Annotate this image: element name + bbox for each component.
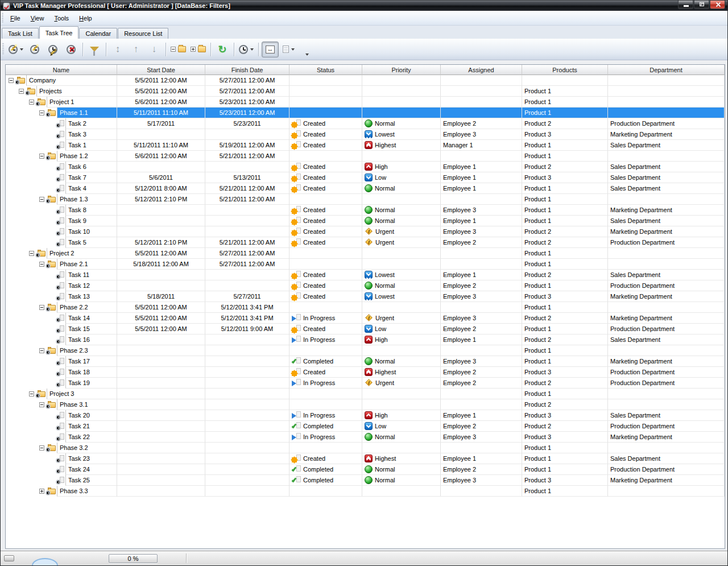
tab-task-tree[interactable]: Task Tree <box>39 26 79 39</box>
tree-row[interactable]: Phase 1.25/6/2011 12:00 AM5/21/2011 12:0… <box>6 151 725 162</box>
menu-file[interactable]: File <box>5 13 26 24</box>
tree-row[interactable]: Phase 2.3Product 1 <box>6 345 725 356</box>
expand-all-button[interactable] <box>189 42 208 57</box>
collapse-icon[interactable] <box>39 305 44 310</box>
menu-help[interactable]: Help <box>74 13 97 24</box>
node-name: Task 21 <box>65 421 117 432</box>
report-button[interactable] <box>237 42 255 57</box>
toolbar-overflow-button[interactable] <box>298 49 315 60</box>
minimize-button[interactable] <box>678 1 693 9</box>
tree-row[interactable]: Task 9CreatedNormalEmployee 1Product 1Sa… <box>6 216 725 226</box>
tree-row[interactable]: Task 16In ProgressHighEmployee 1Product … <box>6 334 725 345</box>
collapse-all-button[interactable] <box>169 42 188 57</box>
tree-row[interactable]: Task 12CreatedNormalEmployee 2Product 1P… <box>6 280 725 291</box>
tree-row[interactable]: Project 15/6/2011 12:00 AM5/23/2011 12:0… <box>6 97 725 108</box>
status-created-icon <box>292 228 301 236</box>
tree-row[interactable]: Project 3Product 1 <box>6 389 725 399</box>
tree-row[interactable]: Phase 3.3Product 1 <box>6 486 725 497</box>
tree-row[interactable]: Phase 3.2Product 1 <box>6 443 725 453</box>
name-cell: Phase 2.1 <box>6 259 117 270</box>
tree-row[interactable]: Phase 1.35/12/2011 2:10 PM5/21/2011 12:0… <box>6 194 725 205</box>
tree-row[interactable]: Task 10Created!UrgentEmployee 3Product 2… <box>6 226 725 237</box>
collapse-icon[interactable] <box>9 78 14 83</box>
tree-row[interactable]: Task 25CompletedNormalEmployee 3Product … <box>6 475 725 486</box>
refresh-button[interactable]: ↻ <box>214 42 231 57</box>
cell-status <box>289 86 362 97</box>
priority-label: Lowest <box>375 293 395 300</box>
tree-row[interactable]: Phase 2.15/18/2011 12:00 AM5/27/2011 12:… <box>6 259 725 270</box>
cell-products: Product 1 <box>522 464 608 475</box>
tree-row[interactable]: Task 24CompletedNormalEmployee 2Product … <box>6 464 725 475</box>
tree-row[interactable]: Task 18CreatedHighestEmployee 2Product 3… <box>6 367 725 378</box>
new-subtask-button[interactable] <box>26 42 43 57</box>
tree-row[interactable]: Phase 3.1Product 2 <box>6 399 725 410</box>
collapse-icon[interactable] <box>29 251 34 256</box>
tree-row[interactable]: Task 25/17/20115/23/2011CreatedNormalEmp… <box>6 118 725 129</box>
collapse-icon[interactable] <box>39 262 44 267</box>
tree-row[interactable]: Task 15/11/2011 11:10 AM5/19/2011 12:00 … <box>6 140 725 151</box>
collapse-icon[interactable] <box>39 110 44 115</box>
tree-row[interactable]: Task 6CreatedHighEmployee 1Product 2Sale… <box>6 162 725 172</box>
collapse-icon[interactable] <box>39 402 44 407</box>
filter-button[interactable] <box>86 42 103 57</box>
collapse-icon[interactable] <box>19 89 24 94</box>
tree-row[interactable]: Task 155/5/2011 12:00 AM5/12/2011 9:00 A… <box>6 324 725 334</box>
task-clock-icon <box>56 282 64 290</box>
column-header-finish-date[interactable]: Finish Date <box>205 65 289 75</box>
tree-row[interactable]: Task 23CreatedHighestEmployee 1Product 1… <box>6 453 725 464</box>
cell-start-date <box>117 453 205 464</box>
column-header-assigned[interactable]: Assigned <box>441 65 522 75</box>
collapse-icon[interactable] <box>29 100 34 105</box>
tree-row[interactable]: Task 3CreatedLowestEmployee 3Product 3Ma… <box>6 129 725 140</box>
fit-columns-toggle[interactable] <box>262 42 279 57</box>
tree-row[interactable]: Task 75/6/20115/13/2011CreatedLowEmploye… <box>6 172 725 183</box>
new-task-button[interactable] <box>7 42 25 57</box>
collapse-icon[interactable] <box>39 348 44 353</box>
tree-row[interactable]: Task 22In ProgressNormalEmployee 3Produc… <box>6 432 725 443</box>
move-up-button[interactable]: ↑ <box>127 42 144 57</box>
delete-task-button[interactable] <box>63 42 80 57</box>
column-header-priority[interactable]: Priority <box>362 65 441 75</box>
tab-resource-list[interactable]: Resource List <box>118 28 168 39</box>
menu-bar: File View Tools Help <box>1 11 727 26</box>
menu-view[interactable]: View <box>26 13 49 24</box>
tab-calendar[interactable]: Calendar <box>79 28 117 39</box>
node-name: Task 8 <box>65 205 117 216</box>
column-header-status[interactable]: Status <box>289 65 362 75</box>
collapse-icon[interactable] <box>39 445 44 451</box>
restore-button[interactable] <box>694 1 709 9</box>
menu-tools[interactable]: Tools <box>49 13 74 24</box>
tree-row[interactable]: Task 17CompletedNormalEmployee 3Product … <box>6 356 725 367</box>
column-header-department[interactable]: Department <box>608 65 725 75</box>
tree-row[interactable]: Phase 1.15/11/2011 11:10 AM5/23/2011 12:… <box>6 108 725 118</box>
tree-row[interactable]: Task 45/12/2011 8:00 AM5/21/2011 12:00 A… <box>6 183 725 194</box>
column-header-start-date[interactable]: Start Date <box>117 65 205 75</box>
expand-icon[interactable] <box>39 489 44 494</box>
tree-row[interactable]: Task 20In ProgressHighEmployee 1Product … <box>6 410 725 421</box>
tree-row[interactable]: Task 55/12/2011 2:10 PM5/21/2011 12:00 A… <box>6 237 725 248</box>
tree-row[interactable]: Company5/5/2011 12:00 AM5/27/2011 12:00 … <box>6 75 725 86</box>
tree-row[interactable]: Task 11CreatedLowestEmployee 1Product 2S… <box>6 270 725 280</box>
folder-icon <box>178 46 186 52</box>
tree-row[interactable]: Project 25/5/2011 12:00 AM5/27/2011 12:0… <box>6 248 725 259</box>
tree-row[interactable]: Task 135/18/20115/27/2011CreatedLowestEm… <box>6 291 725 302</box>
priority-urgent-icon: ! <box>365 379 373 387</box>
edit-task-button[interactable] <box>44 42 61 57</box>
tree-row[interactable]: Task 21CompletedLowEmployee 2Product 2Pr… <box>6 421 725 432</box>
tree-row[interactable]: Projects5/5/2011 12:00 AM5/27/2011 12:00… <box>6 86 725 97</box>
cell-finish-date: 5/21/2011 12:00 AM <box>205 151 289 162</box>
collapse-icon[interactable] <box>39 154 44 159</box>
tree-row[interactable]: Task 19In Progress!UrgentEmployee 2Produ… <box>6 378 725 389</box>
tree-row[interactable]: Task 145/5/2011 12:00 AM5/12/2011 3:41 P… <box>6 313 725 324</box>
column-header-products[interactable]: Products <box>522 65 608 75</box>
tree-row[interactable]: Task 8CreatedNormalEmployee 3Product 1Ma… <box>6 205 725 216</box>
customize-columns-button[interactable] <box>280 42 297 57</box>
tab-task-list[interactable]: Task List <box>2 28 39 39</box>
tree-row[interactable]: Phase 2.25/5/2011 12:00 AM5/12/2011 3:41… <box>6 302 725 313</box>
collapse-icon[interactable] <box>39 197 44 202</box>
column-header-name[interactable]: Name <box>6 65 117 75</box>
move-down-button[interactable]: ↓ <box>146 42 163 57</box>
sort-button[interactable]: ↕ <box>109 42 126 57</box>
collapse-icon[interactable] <box>29 391 34 396</box>
close-button[interactable] <box>710 1 725 9</box>
